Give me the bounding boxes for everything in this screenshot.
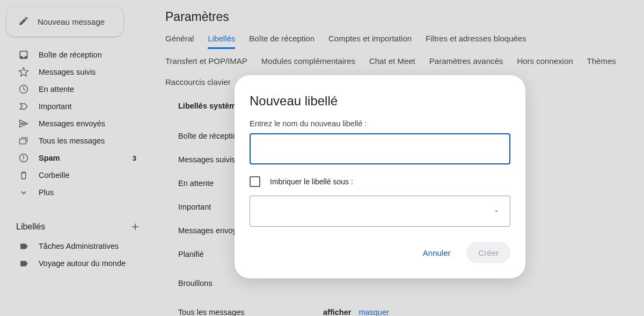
- labels-title: Libellés: [16, 222, 45, 232]
- parent-label-select[interactable]: [250, 196, 510, 227]
- add-label-button[interactable]: [130, 221, 141, 232]
- sidebar-item-label: Boîte de réception: [39, 51, 102, 59]
- clock-icon: [18, 84, 29, 95]
- tab-accounts[interactable]: Comptes et importation: [328, 34, 412, 49]
- stacked-mail-icon: [18, 135, 29, 146]
- user-label-text: Tâches Administratives: [39, 242, 119, 250]
- tab-offline[interactable]: Hors connexion: [517, 56, 573, 70]
- sidebar-item-label: Messages suivis: [39, 68, 96, 76]
- sidebar-item-spam[interactable]: Spam 3: [4, 149, 150, 167]
- sidebar-item-label: Messages envoyés: [39, 119, 105, 128]
- send-icon: [18, 118, 29, 129]
- tab-labels[interactable]: Libellés: [208, 34, 235, 49]
- user-label-text: Voyage autour du monde: [39, 259, 126, 268]
- tab-shortcuts[interactable]: Raccourcis clavier: [165, 77, 231, 91]
- sidebar-item-label: Important: [39, 102, 71, 111]
- sidebar-item-sent[interactable]: Messages envoyés: [4, 115, 150, 132]
- new-label-dialog: Nouveau libellé Entrez le nom du nouveau…: [235, 75, 525, 278]
- sidebar-item-label: Corbeille: [39, 171, 69, 179]
- sidebar-item-more[interactable]: Plus: [4, 184, 150, 201]
- dialog-title: Nouveau libellé: [235, 89, 525, 119]
- pencil-icon: [18, 16, 29, 28]
- sidebar-item-starred[interactable]: Messages suivis: [4, 63, 150, 81]
- tab-advanced[interactable]: Paramètres avancés: [429, 56, 503, 70]
- tab-filters[interactable]: Filtres et adresses bloquées: [426, 34, 526, 49]
- inbox-icon: [18, 49, 29, 60]
- labels-section-header: Libellés: [4, 216, 150, 238]
- dropdown-icon: [493, 207, 500, 215]
- chevron-down-icon: [18, 187, 29, 198]
- label-name-input[interactable]: [250, 133, 510, 164]
- show-link[interactable]: afficher: [323, 308, 351, 316]
- sidebar-item-label: En attente: [39, 85, 74, 94]
- sidebar: Nouveau message Boîte de réception Messa…: [0, 0, 150, 316]
- user-label-item[interactable]: Voyage autour du monde: [4, 255, 150, 272]
- hide-link[interactable]: masquer: [358, 308, 389, 316]
- name-field-label: Entrez le nom du nouveau libellé :: [250, 119, 510, 128]
- page-title: Paramètres: [150, 10, 644, 34]
- label-icon: [18, 258, 29, 269]
- tab-inbox[interactable]: Boîte de réception: [249, 34, 314, 49]
- cancel-button[interactable]: Annuler: [411, 242, 463, 263]
- tab-forwarding[interactable]: Transfert et POP/IMAP: [165, 56, 247, 70]
- spam-icon: [18, 153, 29, 163]
- important-icon: [18, 101, 29, 112]
- sidebar-item-inbox[interactable]: Boîte de réception: [4, 46, 150, 63]
- sidebar-item-label: Tous les messages: [39, 137, 105, 145]
- tab-general[interactable]: Général: [165, 34, 194, 49]
- create-button[interactable]: Créer: [466, 242, 510, 263]
- nest-checkbox[interactable]: [250, 176, 260, 187]
- sidebar-item-label: Plus: [39, 188, 54, 197]
- sidebar-item-label: Spam: [39, 154, 60, 162]
- sidebar-item-important[interactable]: Important: [4, 98, 150, 115]
- tab-themes[interactable]: Thèmes: [587, 56, 616, 70]
- trash-icon: [18, 170, 29, 181]
- compose-button[interactable]: Nouveau message: [6, 6, 123, 37]
- tab-addons[interactable]: Modules complémentaires: [261, 56, 355, 70]
- star-icon: [18, 67, 29, 77]
- label-icon: [18, 241, 29, 252]
- sidebar-item-snoozed[interactable]: En attente: [4, 81, 150, 98]
- sidebar-item-allmail[interactable]: Tous les messages: [4, 132, 150, 149]
- sidebar-item-trash[interactable]: Corbeille: [4, 167, 150, 184]
- sidebar-badge: 3: [133, 154, 142, 162]
- user-label-item[interactable]: Tâches Administratives: [4, 238, 150, 255]
- nest-label: Imbriquer le libellé sous :: [270, 177, 353, 186]
- tab-chat[interactable]: Chat et Meet: [369, 56, 415, 70]
- compose-label: Nouveau message: [38, 17, 105, 26]
- label-row: Tous les messages afficher masquer: [178, 300, 644, 316]
